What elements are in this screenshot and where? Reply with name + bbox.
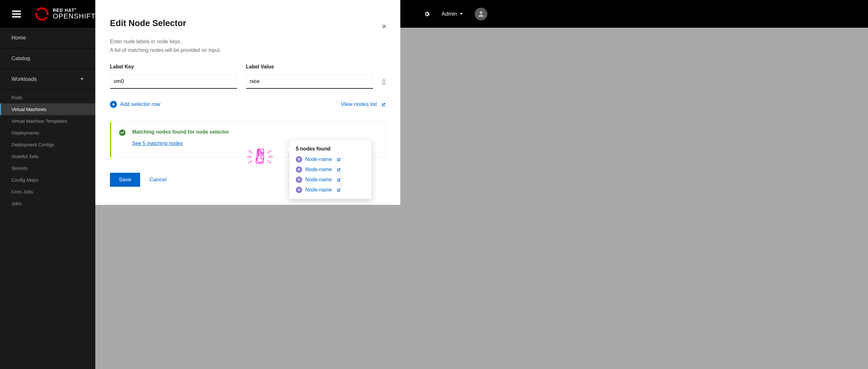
node-badge-icon: N: [296, 166, 302, 173]
alert-title: Matching nodes found for node selector: [132, 129, 229, 135]
add-selector-row-button[interactable]: Add selector row: [110, 101, 160, 108]
external-link-icon: [335, 167, 341, 172]
node-badge-icon: N: [296, 187, 302, 193]
sidebar-item-jobs[interactable]: Jobs: [0, 198, 95, 209]
node-badge-icon: N: [296, 156, 302, 163]
modal-title: Edit Node Selector: [110, 19, 386, 28]
sidebar: Home Catalog Workloads Pods Virtual Mach…: [0, 28, 95, 212]
node-list-item[interactable]: N Node-name: [296, 166, 365, 173]
node-list-item[interactable]: N Node-name: [296, 187, 365, 193]
cancel-button[interactable]: Cancel: [150, 176, 166, 183]
svg-line-7: [248, 161, 252, 163]
close-button[interactable]: [381, 24, 387, 31]
save-button[interactable]: Save: [110, 173, 140, 187]
node-list-item[interactable]: N Node-name: [296, 176, 365, 183]
add-selector-row-label: Add selector row: [120, 101, 160, 108]
label-value-label: Label Value: [246, 64, 373, 70]
plus-circle-icon: [110, 101, 117, 108]
view-nodes-list-link[interactable]: View nodes list: [341, 101, 386, 108]
sidebar-item-home[interactable]: Home: [0, 28, 95, 48]
node-name: Node-name: [305, 187, 332, 193]
svg-point-0: [36, 8, 48, 20]
node-name: Node-name: [305, 167, 332, 172]
label-key-input[interactable]: [110, 75, 237, 89]
sidebar-item-stateful-sets[interactable]: Stateful Sets: [0, 150, 95, 162]
openshift-logo-icon: [35, 7, 49, 21]
nav-toggle-button[interactable]: [12, 10, 21, 18]
sidebar-item-secrets[interactable]: Secrets: [0, 162, 95, 174]
external-link-icon: [380, 101, 386, 108]
svg-point-3: [480, 11, 483, 14]
external-link-icon: [335, 157, 341, 162]
node-list-item[interactable]: N Node-name: [296, 156, 365, 163]
brand-logo[interactable]: RED HAT® OPENSHIFT®: [35, 7, 98, 21]
sidebar-item-pods[interactable]: Pods: [0, 92, 95, 104]
svg-line-10: [268, 161, 271, 163]
user-menu[interactable]: Admin: [442, 11, 463, 17]
modal-description: Enter node labels or node keys. A list o…: [110, 37, 386, 54]
sidebar-item-vm-templates[interactable]: Virtual Machine Templates: [0, 115, 95, 127]
remove-row-button[interactable]: [382, 79, 386, 86]
sidebar-item-virtual-machines[interactable]: Virtual Machines: [0, 104, 95, 115]
svg-rect-1: [35, 11, 38, 13]
node-name: Node-name: [305, 177, 332, 182]
sidebar-item-deployment-configs[interactable]: Deployment Configs: [0, 139, 95, 150]
nodes-popover: 5 nodes found N Node-name N Node-name N …: [289, 140, 372, 199]
sidebar-item-label: Catalog: [11, 55, 30, 62]
sidebar-item-label: Workloads: [11, 76, 37, 82]
sidebar-item-workloads[interactable]: Workloads: [0, 69, 95, 90]
label-value-input[interactable]: [246, 75, 373, 89]
view-nodes-label: View nodes list: [341, 101, 377, 108]
avatar[interactable]: [475, 8, 487, 20]
node-name: Node-name: [305, 157, 332, 162]
sidebar-sub-workloads: Pods Virtual Machines Virtual Machine Te…: [0, 90, 95, 212]
chevron-down-icon: [80, 77, 84, 81]
svg-rect-2: [46, 15, 49, 17]
popover-title: 5 nodes found: [296, 146, 365, 152]
external-link-icon: [335, 177, 341, 182]
label-key-label: Label Key: [110, 64, 237, 70]
check-circle-icon: [119, 129, 126, 136]
sidebar-item-label: Home: [11, 35, 26, 41]
sidebar-item-catalog[interactable]: Catalog: [0, 48, 95, 69]
sidebar-item-cron-jobs[interactable]: Cron Jobs: [0, 186, 95, 198]
brand-text: RED HAT® OPENSHIFT®: [53, 8, 98, 20]
sidebar-item-config-maps[interactable]: Config Maps: [0, 174, 95, 186]
edit-node-selector-modal: Edit Node Selector Enter node labels or …: [95, 0, 400, 205]
gear-icon[interactable]: [424, 11, 430, 17]
external-link-icon: [335, 187, 341, 193]
chevron-down-icon: [459, 12, 463, 16]
user-label: Admin: [442, 11, 457, 17]
minus-icon: [382, 82, 385, 82]
sidebar-item-deployments[interactable]: Deployments: [0, 127, 95, 139]
node-list: N Node-name N Node-name N Node-name N No…: [296, 156, 365, 193]
see-matching-nodes-link[interactable]: See 5 matching nodes: [132, 141, 183, 146]
node-badge-icon: N: [296, 176, 302, 183]
selector-row: Label Key Label Value: [110, 64, 386, 89]
